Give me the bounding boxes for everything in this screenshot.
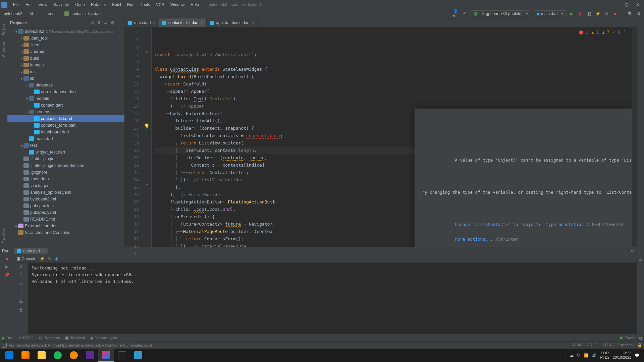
indent[interactable]: 2 spaces	[617, 343, 633, 348]
tree-arrow-icon[interactable]	[19, 50, 23, 54]
collapse-icon[interactable]: ⇊	[104, 20, 107, 25]
code-editor[interactable]: ⬤ 1 ▲ 1 ▲ 7 ✔ 6 ˇ import 'package:flutte…	[152, 27, 632, 247]
maximize-icon[interactable]: ▢	[625, 2, 629, 7]
attach-icon[interactable]: ⎙	[604, 11, 609, 16]
tray-expand-icon[interactable]: ˄	[565, 353, 567, 358]
editor-gutter[interactable]: 4567891011121314151617181920212223242526…	[125, 27, 142, 247]
spotify-taskbar-icon[interactable]	[50, 349, 66, 362]
menu-code[interactable]: Code	[72, 2, 88, 7]
onedrive-icon[interactable]: ☁	[570, 353, 574, 358]
menu-help[interactable]: Help	[187, 2, 202, 7]
editor-tab[interactable]: contacts_list.dart×	[159, 18, 207, 27]
hide-icon[interactable]: —	[118, 20, 122, 25]
menu-view[interactable]: View	[36, 2, 50, 7]
run-config-dropdown[interactable]: ◆main.dart	[534, 10, 566, 17]
add-config-icon[interactable]: 👤▾	[453, 11, 459, 16]
run-tool-tab[interactable]: ▶Run	[2, 336, 13, 340]
tree-arrow-icon[interactable]	[19, 37, 23, 40]
up-icon[interactable]: ↥	[19, 264, 23, 269]
project-tool-tab[interactable]: Project	[2, 24, 6, 35]
expand-icon[interactable]: ⇵	[97, 20, 101, 25]
stop-button[interactable]: ■	[6, 256, 8, 261]
tree-node[interactable]: External Libraries	[7, 223, 124, 229]
locate-icon[interactable]: ⊕	[91, 20, 94, 25]
tree-node[interactable]: .gitignore	[7, 169, 124, 176]
tree-node[interactable]: contacts_list.dart	[7, 115, 124, 122]
vscode-taskbar-icon[interactable]	[82, 349, 98, 362]
tree-node[interactable]: android	[7, 48, 124, 55]
stop-icon[interactable]: ■	[612, 11, 618, 16]
rerun-button[interactable]: ▶	[5, 264, 8, 269]
tree-node[interactable]: .metadata	[7, 176, 124, 182]
wifi-icon[interactable]: 📶	[584, 353, 589, 358]
tree-node[interactable]: .idea	[7, 42, 124, 48]
down-icon[interactable]: ↧	[19, 273, 23, 278]
menu-window[interactable]: Window	[167, 2, 188, 7]
close-tab-icon[interactable]: ×	[201, 20, 203, 25]
debug-icon[interactable]: 🐞	[578, 11, 583, 16]
close-tab-icon[interactable]: ×	[153, 20, 155, 25]
device-dropdown[interactable]: ▣sdk gphone x86 (mobile)	[471, 10, 530, 17]
open-devtools-icon[interactable]: ◉	[55, 256, 58, 261]
breadcrumb-segment[interactable]: bytebank2	[3, 11, 23, 16]
editor-tab[interactable]: app_database.dart×	[207, 18, 258, 27]
tree-arrow-icon[interactable]	[14, 224, 18, 228]
intellij-taskbar-icon[interactable]	[98, 349, 114, 362]
close-tab-icon[interactable]: ×	[252, 20, 254, 25]
intention-bulb-icon[interactable]: 💡	[142, 123, 151, 129]
console-tab[interactable]: ▣ Console	[17, 256, 36, 261]
run-tab[interactable]: main.dart ×	[14, 248, 48, 254]
menu-run[interactable]: Run	[124, 2, 138, 7]
project-view-dropdown[interactable]: Project	[10, 20, 27, 25]
tree-arrow-icon[interactable]	[19, 63, 23, 67]
print-icon[interactable]: 🖶	[19, 299, 23, 304]
tree-node[interactable]: .flutter-plugins	[7, 156, 124, 162]
tree-node[interactable]: contatcs_form.dart	[7, 122, 124, 129]
tree-arrow-icon[interactable]	[19, 144, 23, 147]
tree-node[interactable]: pubspec.yaml	[7, 209, 124, 216]
tree-node[interactable]: images	[7, 62, 124, 68]
popup-menu-icon[interactable]: ⋮	[626, 111, 630, 118]
tree-arrow-icon[interactable]	[25, 97, 29, 101]
favorites-tool-tab[interactable]: Favorites	[2, 228, 6, 243]
todo-tool-tab[interactable]: ≡ TODO	[19, 336, 34, 340]
volume-icon[interactable]: 🔊	[592, 353, 597, 358]
hot-reload-icon[interactable]: ⚡	[595, 11, 600, 16]
misc-taskbar-icon[interactable]	[130, 349, 146, 362]
terminal-tool-tab[interactable]: ▣ Terminal	[65, 336, 85, 340]
tree-node[interactable]: database	[7, 82, 124, 88]
firefox-taskbar-icon[interactable]	[17, 349, 34, 362]
gear-icon[interactable]: ⚙	[111, 20, 114, 25]
tree-node[interactable]: models	[7, 95, 124, 102]
project-tree[interactable]: bytebank2C:\Users\johns\Desktop\Estudos\…	[7, 27, 124, 247]
readonly-icon[interactable]: 🔓	[637, 343, 642, 348]
breadcrumb-segment[interactable]: screens	[41, 11, 57, 16]
tree-node[interactable]: main.dart	[7, 135, 124, 142]
menu-navigate[interactable]: Navigate	[50, 2, 72, 7]
editor-tab[interactable]: main.dart×	[125, 18, 159, 27]
quickfix-change-type[interactable]: Change 'List<Contact>' to 'Object?' type…	[455, 222, 584, 227]
tree-node[interactable]: lib	[7, 75, 124, 82]
coverage-icon[interactable]: ◧	[586, 11, 592, 16]
editor-gutter-icons[interactable]: ●💡+	[142, 27, 152, 247]
clear-icon[interactable]: 🗑	[19, 308, 23, 312]
tree-arrow-icon[interactable]	[14, 30, 18, 34]
tree-node[interactable]: ios	[7, 68, 124, 75]
problems-tool-tab[interactable]: ⊘ Problems	[39, 336, 60, 340]
security-icon[interactable]: ⛉	[577, 353, 581, 357]
hide-panel-icon[interactable]: —	[638, 249, 642, 253]
terminal-taskbar-icon[interactable]	[114, 349, 130, 362]
menu-file[interactable]: File	[10, 2, 22, 7]
quickfix-more-actions[interactable]: More actions...	[455, 237, 493, 242]
menu-refactor[interactable]: Refactor	[88, 2, 109, 7]
tree-arrow-icon[interactable]	[19, 77, 23, 80]
tree-node[interactable]: .packages	[7, 182, 124, 189]
tree-node[interactable]: README.md	[7, 216, 124, 223]
status-icon[interactable]: ☐	[2, 343, 7, 348]
tree-arrow-icon[interactable]	[25, 83, 29, 87]
tree-node[interactable]: test	[7, 142, 124, 149]
console-output[interactable]: Performing hot reload...Syncing files to…	[28, 263, 637, 334]
event-log-tab[interactable]: Event Log	[625, 336, 642, 340]
pin-icon[interactable]: 📌	[4, 273, 9, 277]
run-icon[interactable]: ▶	[569, 11, 574, 16]
